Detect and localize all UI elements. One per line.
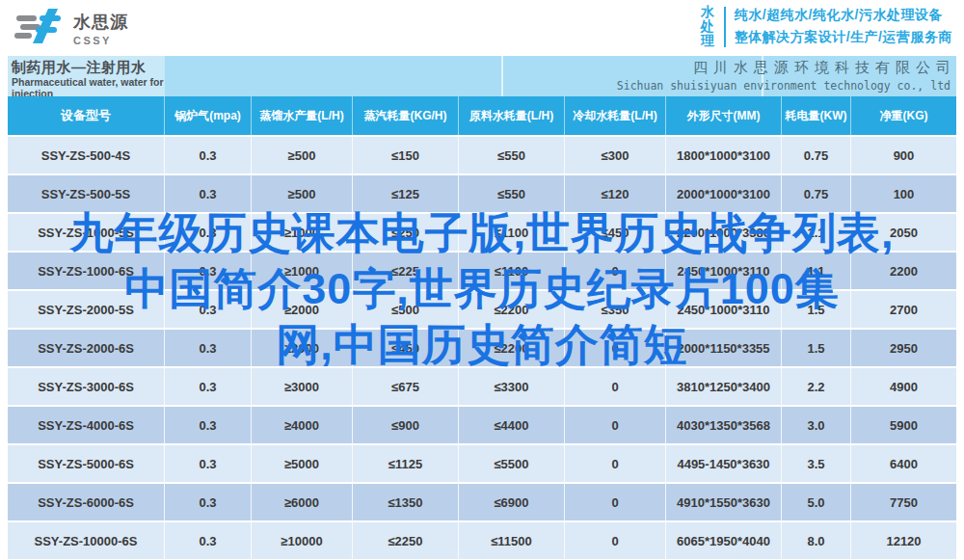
table-cell: 3.0: [781, 407, 850, 443]
table-cell: ≤1125: [352, 445, 458, 482]
header-cell: 蒸馏水产量(L/H): [251, 96, 352, 135]
table-cell: 4900: [850, 368, 956, 405]
company-name-cn: 四川水思源环境科技有限公司: [617, 59, 956, 77]
header-cell: 设备型号: [8, 96, 164, 135]
table-cell: 2000*1150*3355: [665, 330, 781, 366]
table-cell: 0: [564, 407, 665, 443]
table-row: SSY-ZS-5000-6S0.3≥5000≤1125≤550004495-14…: [8, 445, 956, 482]
table-cell: ≤500: [352, 291, 458, 328]
table-cell: ≥1000: [251, 214, 352, 251]
table-cell: 5.0: [781, 484, 850, 520]
table-cell: 0: [564, 445, 665, 482]
table-cell: SSY-ZS-2000-6S: [8, 330, 164, 366]
table-cell: 2050: [850, 214, 956, 251]
table-cell: 0.3: [164, 522, 251, 559]
table-cell: ≤11500: [458, 522, 564, 559]
table-cell: 2000*1000*3100: [665, 175, 781, 212]
table-cell: 900: [850, 137, 956, 173]
product-title-cell: 制药用水—注射用水 Pharmaceutical water, water fo…: [8, 56, 165, 96]
table-cell: SSY-ZS-10000-6S: [8, 522, 164, 559]
table-cell: ≤450: [564, 214, 665, 251]
header-cell: 蒸汽耗量(KG/H): [352, 96, 458, 135]
brand-logo-icon: [13, 7, 66, 49]
table-cell: 3810*1250*3400: [665, 368, 781, 405]
table-cell: SSY-ZS-6000-6S: [8, 484, 164, 520]
table-cell: 2200*1000*3380: [665, 214, 781, 251]
table-cell: 6065*1950*4040: [665, 522, 781, 559]
table-cell: 4910*1550*3630: [665, 484, 781, 520]
page: 水思源 CSSY 水处理 纯水/超纯水/纯化水/污水处理设备 整体解决方案设计/…: [0, 0, 964, 560]
table-cell: 2700: [850, 291, 956, 328]
table-cell: ≤5500: [458, 445, 564, 482]
table-body: SSY-ZS-500-4S0.3≥500≤150≤550≤3001800*100…: [8, 137, 956, 559]
table-cell: ≤1100: [458, 214, 564, 251]
table-cell: 0: [564, 253, 665, 289]
table-cell: ≤300: [564, 137, 665, 173]
header-cell: 外形尺寸(MM): [665, 96, 781, 135]
table-cell: 0.75: [781, 175, 850, 212]
table-cell: 0.3: [164, 368, 251, 405]
table-cell: ≤120: [564, 175, 665, 212]
table-cell: ≥500: [251, 137, 352, 173]
table-cell: 0.3: [164, 330, 251, 366]
band-separator: [501, 56, 503, 96]
table-cell: 0: [564, 522, 665, 559]
table-cell: 0.3: [164, 214, 251, 251]
table-cell: 5900: [850, 407, 956, 443]
table-header-row: 设备型号锅炉气(mpa)蒸馏水产量(L/H)蒸汽耗量(KG/H)原料水耗量(L/…: [8, 96, 956, 135]
table-cell: SSY-ZS-1000-6S: [8, 253, 164, 289]
brand-text: 水思源 CSSY: [73, 11, 128, 46]
table-cell: ≥3000: [251, 368, 352, 405]
table-cell: ≤550: [458, 175, 564, 212]
table-cell: 3.5: [781, 445, 850, 482]
table-cell: ≥500: [251, 175, 352, 212]
table-cell: ≥5000: [251, 445, 352, 482]
table-cell: 0.3: [164, 445, 251, 482]
tagline: 水处理 纯水/超纯水/纯化水/污水处理设备 整体解决方案设计/生产/运营服务商: [700, 5, 952, 48]
table-row: SSY-ZS-6000-6S0.3≥6000≤1350≤690004910*15…: [8, 484, 956, 520]
table-cell: ≤3300: [458, 368, 564, 405]
table-row: SSY-ZS-3000-6S0.3≥3000≤675≤330003810*125…: [8, 368, 956, 405]
table-cell: 2200: [850, 253, 956, 289]
table-cell: 0.3: [164, 253, 251, 289]
table-cell: ≤2200: [458, 330, 564, 366]
tagline-divider: [724, 7, 726, 47]
table-cell: SSY-ZS-5000-6S: [8, 445, 164, 482]
table-cell: ≤150: [352, 137, 458, 173]
table-cell: 2.2: [781, 368, 850, 405]
table-cell: ≤250: [352, 214, 458, 251]
table-cell: ≤550: [458, 137, 564, 173]
table-cell: ≤900: [352, 407, 458, 443]
table-cell: ≤1350: [352, 484, 458, 520]
table-cell: 12120: [850, 522, 956, 559]
table-cell: ≤2200: [458, 291, 564, 328]
table-cell: ≥4000: [251, 407, 352, 443]
header-cell: 原料水耗量(L/H): [458, 96, 564, 135]
header-cell: 冷却水耗量(L/H): [564, 96, 665, 135]
table-cell: ≥2000: [251, 330, 352, 366]
header-cell: 净重(KG): [850, 96, 956, 135]
tagline-lines: 纯水/超纯水/纯化水/污水处理设备 整体解决方案设计/生产/运营服务商: [735, 7, 952, 46]
table-row: SSY-ZS-1000-5S0.3≥1000≤250≤1100≤4502200*…: [8, 214, 956, 251]
table-cell: ≥2000: [251, 291, 352, 328]
table-cell: 0.3: [164, 291, 251, 328]
table-cell: 1.1: [781, 214, 850, 251]
brand-abbr: CSSY: [73, 35, 128, 46]
table-row: SSY-ZS-4000-6S0.3≥4000≤900≤440004030*135…: [8, 407, 956, 443]
table-cell: ≤6900: [458, 484, 564, 520]
table-cell: ≤1100: [458, 253, 564, 289]
table-cell: ≥6000: [251, 484, 352, 520]
tagline-vertical: 水处理: [700, 5, 715, 48]
table-row: SSY-ZS-500-4S0.3≥500≤150≤550≤3001800*100…: [8, 137, 956, 173]
table-cell: 7750: [850, 484, 956, 520]
table-cell: 100: [850, 175, 956, 212]
table-cell: 1.1: [781, 253, 850, 289]
table-cell: 8.0: [781, 522, 850, 559]
brand-name: 水思源: [73, 11, 128, 34]
table-cell: 2450*1000*3110: [665, 291, 781, 328]
table-cell: 0.3: [164, 407, 251, 443]
table-cell: SSY-ZS-3000-6S: [8, 368, 164, 405]
top-bar: 水思源 CSSY 水处理 纯水/超纯水/纯化水/污水处理设备 整体解决方案设计/…: [0, 0, 964, 56]
table-cell: 0.3: [164, 484, 251, 520]
table-cell: 2450*1000*3110: [665, 253, 781, 289]
